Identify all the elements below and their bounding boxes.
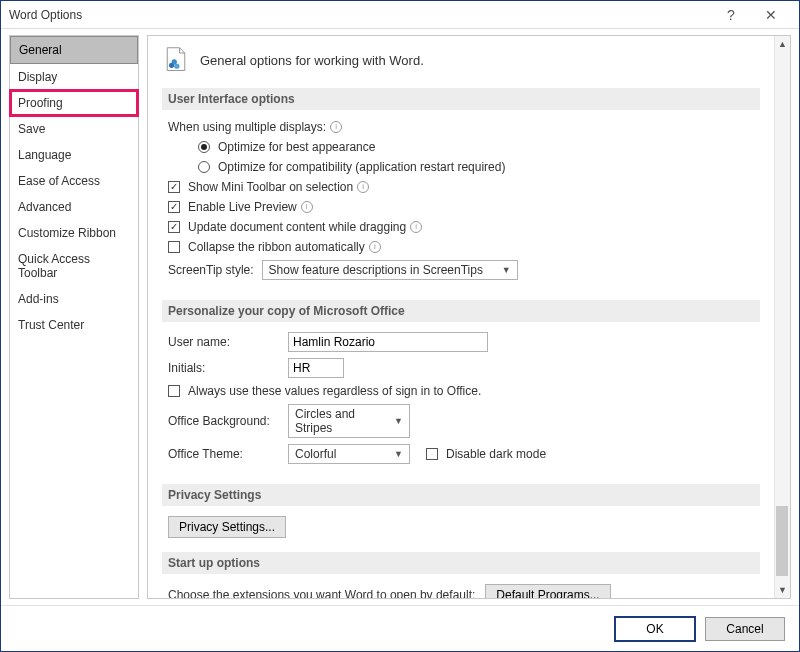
- chk-always-use-label: Always use these values regardless of si…: [188, 384, 481, 398]
- initials-input[interactable]: [288, 358, 344, 378]
- section-title-personalize: Personalize your copy of Microsoft Offic…: [162, 300, 760, 322]
- chk-collapse-ribbon-label: Collapse the ribbon automatically: [188, 240, 365, 254]
- sidebar-item-general[interactable]: General: [10, 36, 138, 64]
- cancel-button[interactable]: Cancel: [705, 617, 785, 641]
- chk-mini-toolbar[interactable]: [168, 181, 180, 193]
- radio-best-label: Optimize for best appearance: [218, 140, 375, 154]
- chk-update-dragging[interactable]: [168, 221, 180, 233]
- chk-mini-toolbar-label: Show Mini Toolbar on selection: [188, 180, 353, 194]
- sidebar-item-customize-ribbon[interactable]: Customize Ribbon: [10, 220, 138, 246]
- chk-collapse-ribbon[interactable]: [168, 241, 180, 253]
- chk-live-preview-label: Enable Live Preview: [188, 200, 297, 214]
- word-options-dialog: Word Options ? ✕ General Display Proofin…: [0, 0, 800, 652]
- choose-ext-label: Choose the extensions you want Word to o…: [168, 588, 475, 598]
- multi-displays-label: When using multiple displays:: [168, 120, 326, 134]
- scrollbar-thumb[interactable]: [776, 506, 788, 576]
- sidebar-item-save[interactable]: Save: [10, 116, 138, 142]
- sidebar-item-add-ins[interactable]: Add-ins: [10, 286, 138, 312]
- chk-always-use[interactable]: [168, 385, 180, 397]
- screentip-select[interactable]: Show feature descriptions in ScreenTips …: [262, 260, 518, 280]
- help-button[interactable]: ?: [711, 1, 751, 29]
- ok-button[interactable]: OK: [615, 617, 695, 641]
- options-content: General options for working with Word. U…: [148, 36, 774, 598]
- scroll-down-icon[interactable]: ▼: [775, 582, 790, 598]
- chevron-down-icon: ▼: [394, 416, 403, 426]
- radio-compatibility[interactable]: [198, 161, 210, 173]
- chevron-down-icon: ▼: [502, 265, 511, 275]
- privacy-settings-button[interactable]: Privacy Settings...: [168, 516, 286, 538]
- svg-point-1: [174, 64, 179, 69]
- page-header-text: General options for working with Word.: [200, 53, 424, 68]
- username-label: User name:: [168, 335, 278, 349]
- info-icon[interactable]: i: [369, 241, 381, 253]
- svg-point-2: [172, 59, 177, 64]
- section-title-ui: User Interface options: [162, 88, 760, 110]
- sidebar-item-trust-center[interactable]: Trust Center: [10, 312, 138, 338]
- username-input[interactable]: [288, 332, 488, 352]
- section-title-startup: Start up options: [162, 552, 760, 574]
- office-theme-select[interactable]: Colorful ▼: [288, 444, 410, 464]
- radio-compat-label: Optimize for compatibility (application …: [218, 160, 505, 174]
- info-icon[interactable]: i: [330, 121, 342, 133]
- sidebar-item-quick-access[interactable]: Quick Access Toolbar: [10, 246, 138, 286]
- sidebar-item-proofing[interactable]: Proofing: [10, 90, 138, 116]
- office-bg-label: Office Background:: [168, 414, 278, 428]
- chk-disable-dark-label: Disable dark mode: [446, 447, 546, 461]
- office-bg-value: Circles and Stripes: [295, 407, 388, 435]
- default-programs-button[interactable]: Default Programs...: [485, 584, 610, 598]
- close-button[interactable]: ✕: [751, 1, 791, 29]
- scroll-up-icon[interactable]: ▲: [775, 36, 790, 52]
- screentip-value: Show feature descriptions in ScreenTips: [269, 263, 483, 277]
- sidebar-item-display[interactable]: Display: [10, 64, 138, 90]
- office-theme-value: Colorful: [295, 447, 336, 461]
- window-title: Word Options: [9, 8, 711, 22]
- chevron-down-icon: ▼: [394, 449, 403, 459]
- office-theme-label: Office Theme:: [168, 447, 278, 461]
- section-title-privacy: Privacy Settings: [162, 484, 760, 506]
- sidebar-item-language[interactable]: Language: [10, 142, 138, 168]
- titlebar: Word Options ? ✕: [1, 1, 799, 29]
- general-options-icon: [162, 46, 190, 74]
- info-icon[interactable]: i: [301, 201, 313, 213]
- initials-label: Initials:: [168, 361, 278, 375]
- category-sidebar: General Display Proofing Save Language E…: [9, 35, 139, 599]
- info-icon[interactable]: i: [410, 221, 422, 233]
- dialog-footer: OK Cancel: [1, 605, 799, 651]
- sidebar-item-ease-of-access[interactable]: Ease of Access: [10, 168, 138, 194]
- chk-live-preview[interactable]: [168, 201, 180, 213]
- chk-disable-dark[interactable]: [426, 448, 438, 460]
- chk-update-dragging-label: Update document content while dragging: [188, 220, 406, 234]
- radio-best-appearance[interactable]: [198, 141, 210, 153]
- vertical-scrollbar[interactable]: ▲ ▼: [774, 36, 790, 598]
- info-icon[interactable]: i: [357, 181, 369, 193]
- sidebar-item-advanced[interactable]: Advanced: [10, 194, 138, 220]
- screentip-label: ScreenTip style:: [168, 263, 254, 277]
- office-bg-select[interactable]: Circles and Stripes ▼: [288, 404, 410, 438]
